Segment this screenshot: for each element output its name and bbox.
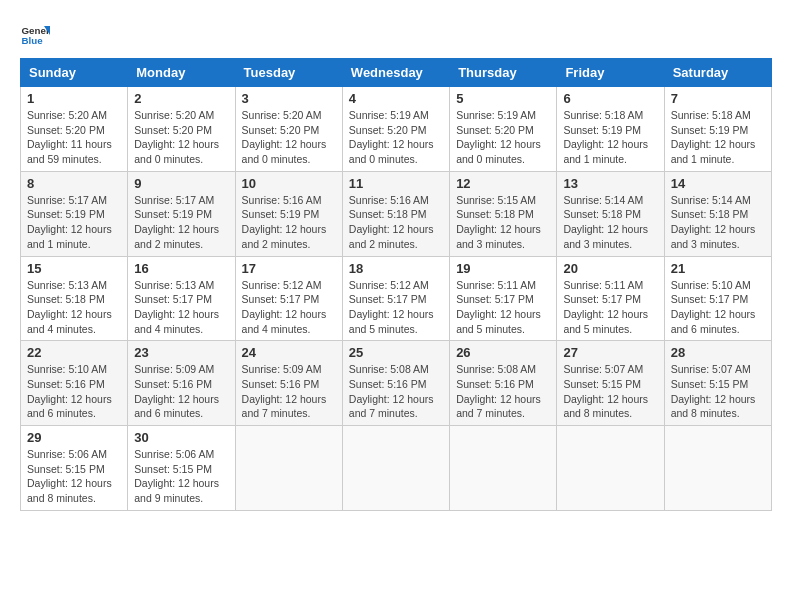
logo: General Blue xyxy=(20,20,56,50)
calendar-cell xyxy=(664,426,771,511)
day-number: 2 xyxy=(134,91,228,106)
day-info: Sunrise: 5:08 AM Sunset: 5:16 PM Dayligh… xyxy=(456,362,550,421)
calendar-cell: 14Sunrise: 5:14 AM Sunset: 5:18 PM Dayli… xyxy=(664,171,771,256)
calendar-cell: 15Sunrise: 5:13 AM Sunset: 5:18 PM Dayli… xyxy=(21,256,128,341)
calendar-cell: 7Sunrise: 5:18 AM Sunset: 5:19 PM Daylig… xyxy=(664,87,771,172)
day-number: 6 xyxy=(563,91,657,106)
calendar-cell: 4Sunrise: 5:19 AM Sunset: 5:20 PM Daylig… xyxy=(342,87,449,172)
calendar-cell: 30Sunrise: 5:06 AM Sunset: 5:15 PM Dayli… xyxy=(128,426,235,511)
day-number: 24 xyxy=(242,345,336,360)
calendar-cell: 6Sunrise: 5:18 AM Sunset: 5:19 PM Daylig… xyxy=(557,87,664,172)
calendar-cell: 22Sunrise: 5:10 AM Sunset: 5:16 PM Dayli… xyxy=(21,341,128,426)
calendar-cell: 21Sunrise: 5:10 AM Sunset: 5:17 PM Dayli… xyxy=(664,256,771,341)
day-number: 11 xyxy=(349,176,443,191)
day-info: Sunrise: 5:09 AM Sunset: 5:16 PM Dayligh… xyxy=(242,362,336,421)
logo-icon: General Blue xyxy=(20,20,50,50)
day-number: 15 xyxy=(27,261,121,276)
day-of-week-saturday: Saturday xyxy=(664,59,771,87)
day-number: 18 xyxy=(349,261,443,276)
day-of-week-monday: Monday xyxy=(128,59,235,87)
day-number: 23 xyxy=(134,345,228,360)
day-of-week-tuesday: Tuesday xyxy=(235,59,342,87)
day-info: Sunrise: 5:12 AM Sunset: 5:17 PM Dayligh… xyxy=(242,278,336,337)
day-info: Sunrise: 5:11 AM Sunset: 5:17 PM Dayligh… xyxy=(563,278,657,337)
day-info: Sunrise: 5:12 AM Sunset: 5:17 PM Dayligh… xyxy=(349,278,443,337)
calendar-cell: 23Sunrise: 5:09 AM Sunset: 5:16 PM Dayli… xyxy=(128,341,235,426)
day-info: Sunrise: 5:17 AM Sunset: 5:19 PM Dayligh… xyxy=(134,193,228,252)
calendar-cell: 24Sunrise: 5:09 AM Sunset: 5:16 PM Dayli… xyxy=(235,341,342,426)
calendar-cell: 1Sunrise: 5:20 AM Sunset: 5:20 PM Daylig… xyxy=(21,87,128,172)
day-info: Sunrise: 5:07 AM Sunset: 5:15 PM Dayligh… xyxy=(563,362,657,421)
day-info: Sunrise: 5:11 AM Sunset: 5:17 PM Dayligh… xyxy=(456,278,550,337)
day-info: Sunrise: 5:19 AM Sunset: 5:20 PM Dayligh… xyxy=(456,108,550,167)
day-number: 14 xyxy=(671,176,765,191)
day-number: 28 xyxy=(671,345,765,360)
calendar-cell: 27Sunrise: 5:07 AM Sunset: 5:15 PM Dayli… xyxy=(557,341,664,426)
day-info: Sunrise: 5:19 AM Sunset: 5:20 PM Dayligh… xyxy=(349,108,443,167)
calendar-cell: 16Sunrise: 5:13 AM Sunset: 5:17 PM Dayli… xyxy=(128,256,235,341)
day-info: Sunrise: 5:10 AM Sunset: 5:16 PM Dayligh… xyxy=(27,362,121,421)
day-info: Sunrise: 5:20 AM Sunset: 5:20 PM Dayligh… xyxy=(242,108,336,167)
svg-text:Blue: Blue xyxy=(22,35,44,46)
day-number: 5 xyxy=(456,91,550,106)
calendar-cell: 26Sunrise: 5:08 AM Sunset: 5:16 PM Dayli… xyxy=(450,341,557,426)
day-number: 17 xyxy=(242,261,336,276)
day-of-week-friday: Friday xyxy=(557,59,664,87)
calendar-cell: 17Sunrise: 5:12 AM Sunset: 5:17 PM Dayli… xyxy=(235,256,342,341)
day-of-week-wednesday: Wednesday xyxy=(342,59,449,87)
calendar-cell: 12Sunrise: 5:15 AM Sunset: 5:18 PM Dayli… xyxy=(450,171,557,256)
calendar-cell: 11Sunrise: 5:16 AM Sunset: 5:18 PM Dayli… xyxy=(342,171,449,256)
day-info: Sunrise: 5:06 AM Sunset: 5:15 PM Dayligh… xyxy=(134,447,228,506)
day-number: 12 xyxy=(456,176,550,191)
day-info: Sunrise: 5:13 AM Sunset: 5:18 PM Dayligh… xyxy=(27,278,121,337)
calendar-cell: 3Sunrise: 5:20 AM Sunset: 5:20 PM Daylig… xyxy=(235,87,342,172)
calendar-cell xyxy=(235,426,342,511)
day-number: 27 xyxy=(563,345,657,360)
calendar-table: SundayMondayTuesdayWednesdayThursdayFrid… xyxy=(20,58,772,511)
day-info: Sunrise: 5:16 AM Sunset: 5:19 PM Dayligh… xyxy=(242,193,336,252)
day-number: 19 xyxy=(456,261,550,276)
day-number: 16 xyxy=(134,261,228,276)
day-number: 13 xyxy=(563,176,657,191)
calendar-cell: 25Sunrise: 5:08 AM Sunset: 5:16 PM Dayli… xyxy=(342,341,449,426)
day-number: 7 xyxy=(671,91,765,106)
day-number: 21 xyxy=(671,261,765,276)
calendar-cell: 18Sunrise: 5:12 AM Sunset: 5:17 PM Dayli… xyxy=(342,256,449,341)
calendar-cell: 2Sunrise: 5:20 AM Sunset: 5:20 PM Daylig… xyxy=(128,87,235,172)
day-info: Sunrise: 5:14 AM Sunset: 5:18 PM Dayligh… xyxy=(671,193,765,252)
day-number: 8 xyxy=(27,176,121,191)
day-number: 4 xyxy=(349,91,443,106)
day-info: Sunrise: 5:20 AM Sunset: 5:20 PM Dayligh… xyxy=(134,108,228,167)
day-info: Sunrise: 5:16 AM Sunset: 5:18 PM Dayligh… xyxy=(349,193,443,252)
calendar-cell xyxy=(450,426,557,511)
day-number: 1 xyxy=(27,91,121,106)
calendar-cell: 29Sunrise: 5:06 AM Sunset: 5:15 PM Dayli… xyxy=(21,426,128,511)
day-info: Sunrise: 5:07 AM Sunset: 5:15 PM Dayligh… xyxy=(671,362,765,421)
day-number: 9 xyxy=(134,176,228,191)
day-info: Sunrise: 5:08 AM Sunset: 5:16 PM Dayligh… xyxy=(349,362,443,421)
day-number: 30 xyxy=(134,430,228,445)
calendar-cell xyxy=(342,426,449,511)
day-info: Sunrise: 5:18 AM Sunset: 5:19 PM Dayligh… xyxy=(563,108,657,167)
calendar-cell: 9Sunrise: 5:17 AM Sunset: 5:19 PM Daylig… xyxy=(128,171,235,256)
calendar-cell: 28Sunrise: 5:07 AM Sunset: 5:15 PM Dayli… xyxy=(664,341,771,426)
calendar-cell: 10Sunrise: 5:16 AM Sunset: 5:19 PM Dayli… xyxy=(235,171,342,256)
day-number: 25 xyxy=(349,345,443,360)
day-info: Sunrise: 5:20 AM Sunset: 5:20 PM Dayligh… xyxy=(27,108,121,167)
calendar-cell: 8Sunrise: 5:17 AM Sunset: 5:19 PM Daylig… xyxy=(21,171,128,256)
calendar-cell: 5Sunrise: 5:19 AM Sunset: 5:20 PM Daylig… xyxy=(450,87,557,172)
calendar-cell: 19Sunrise: 5:11 AM Sunset: 5:17 PM Dayli… xyxy=(450,256,557,341)
day-number: 3 xyxy=(242,91,336,106)
day-number: 22 xyxy=(27,345,121,360)
day-number: 29 xyxy=(27,430,121,445)
day-info: Sunrise: 5:14 AM Sunset: 5:18 PM Dayligh… xyxy=(563,193,657,252)
day-number: 20 xyxy=(563,261,657,276)
day-number: 26 xyxy=(456,345,550,360)
day-info: Sunrise: 5:10 AM Sunset: 5:17 PM Dayligh… xyxy=(671,278,765,337)
calendar-cell: 13Sunrise: 5:14 AM Sunset: 5:18 PM Dayli… xyxy=(557,171,664,256)
day-info: Sunrise: 5:06 AM Sunset: 5:15 PM Dayligh… xyxy=(27,447,121,506)
day-info: Sunrise: 5:13 AM Sunset: 5:17 PM Dayligh… xyxy=(134,278,228,337)
day-info: Sunrise: 5:09 AM Sunset: 5:16 PM Dayligh… xyxy=(134,362,228,421)
calendar-cell: 20Sunrise: 5:11 AM Sunset: 5:17 PM Dayli… xyxy=(557,256,664,341)
day-info: Sunrise: 5:15 AM Sunset: 5:18 PM Dayligh… xyxy=(456,193,550,252)
